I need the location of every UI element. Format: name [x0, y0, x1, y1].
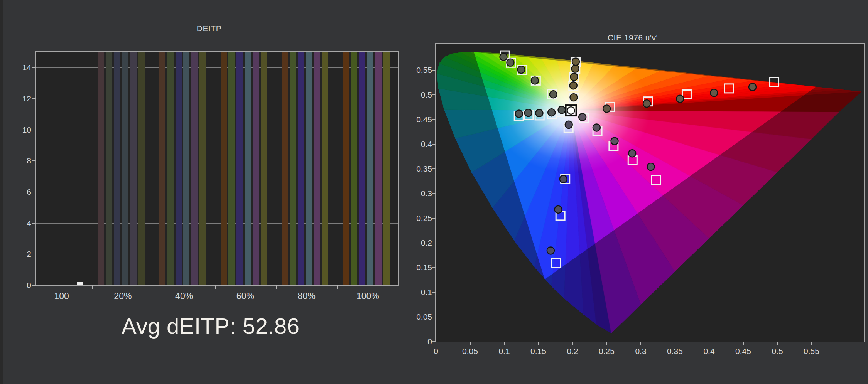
deitp-bar	[383, 52, 390, 285]
measured-dot-green	[550, 91, 557, 98]
measured-dot-cyan	[548, 109, 555, 116]
deitp-bar	[343, 52, 349, 285]
measured-dot-red	[749, 83, 756, 91]
cie-y-tick-label: 0.35	[409, 164, 432, 173]
bar-x-tick	[337, 285, 338, 289]
cie-x-tick	[504, 342, 505, 345]
bar-y-tick	[32, 98, 36, 99]
cie-diagram-canvas	[436, 44, 864, 342]
cie-x-tick	[640, 342, 641, 345]
cie-y-tick-label: 0.3	[409, 189, 432, 198]
avg-deitp-label: Avg dEITP: 52.86	[122, 313, 300, 339]
bar-y-tick-label: 6	[12, 187, 31, 197]
deitp-bar	[359, 52, 365, 285]
cie-x-tick	[538, 342, 539, 345]
deitp-bar	[199, 52, 206, 285]
bar-y-tick	[32, 285, 36, 286]
measured-dot-magenta	[628, 150, 636, 157]
deitp-bar	[122, 52, 128, 285]
deitp-bar	[228, 52, 235, 285]
deitp-bar	[167, 52, 174, 285]
cie-x-tick	[709, 342, 709, 345]
bar-y-tick-label: 2	[12, 249, 31, 259]
deitp-bar	[183, 52, 189, 285]
deitp-bar	[290, 52, 296, 285]
cie-x-tick-label: 0	[434, 347, 438, 356]
measured-dot-magenta	[579, 113, 586, 121]
cie-y-tick	[432, 243, 436, 243]
cie-y-tick	[432, 70, 436, 71]
cie-x-tick	[743, 342, 744, 345]
bar-x-tick	[276, 285, 277, 289]
cie-y-tick-label: 0.05	[409, 312, 432, 322]
measured-dot-yellow	[572, 65, 579, 72]
measured-dot-green	[500, 53, 507, 61]
cie-x-tick-label: 0.3	[635, 347, 646, 356]
deitp-bar	[236, 52, 243, 285]
measured-dot-magenta	[593, 124, 600, 131]
measured-dot-cyan	[558, 106, 566, 114]
cie-y-tick-label: 0.5	[409, 90, 432, 99]
bar-y-tick	[32, 67, 36, 68]
bar-y-tick-label: 4	[12, 219, 31, 228]
measured-dot-cyan	[515, 110, 523, 118]
deitp-bar	[367, 52, 373, 285]
cie-y-tick	[432, 267, 436, 268]
deitp-bar	[114, 52, 120, 285]
cie-y-tick	[432, 94, 436, 95]
measured-dot-yellow	[570, 94, 578, 101]
measured-dot-yellow	[570, 82, 577, 89]
cie-y-tick-label: 0.4	[409, 140, 432, 149]
cie-x-tick-label: 0.15	[530, 347, 546, 356]
bar-x-tick	[215, 285, 216, 289]
measured-dot-magenta	[647, 163, 655, 170]
bar-x-tick	[154, 285, 154, 289]
deitp-bar	[138, 52, 145, 285]
cie-y-tick	[432, 292, 436, 293]
deitp-bar	[221, 52, 227, 285]
cie-x-tick	[572, 342, 573, 345]
deitp-bar	[77, 282, 83, 285]
cie-y-tick	[432, 317, 436, 317]
deitp-bar	[306, 52, 312, 285]
measured-dot-magenta	[611, 137, 618, 145]
bar-y-tick-label: 12	[12, 94, 31, 103]
deitp-bar	[191, 52, 198, 285]
bar-y-tick	[32, 223, 36, 224]
left-edge-strip	[0, 0, 3, 384]
measured-dot-yellow	[571, 73, 578, 81]
cie-x-tick-label: 0.2	[567, 347, 578, 356]
bar-y-tick-label: 0	[12, 281, 31, 290]
cie-y-tick-label: 0.2	[409, 238, 432, 248]
deitp-bar	[375, 52, 382, 285]
cie-x-tick-label: 0.35	[667, 347, 683, 356]
measured-dot-red	[676, 95, 684, 103]
measured-dot-green	[531, 77, 539, 84]
cie-x-tick-label: 0.1	[498, 347, 510, 356]
bar-x-category-label: 40%	[175, 291, 193, 301]
cie-x-tick	[777, 342, 778, 345]
cie-chart-title: CIE 1976 u'v'	[608, 33, 658, 42]
deitp-bar	[245, 52, 251, 285]
cie-x-tick	[675, 342, 675, 345]
measured-dot-blue	[547, 247, 554, 254]
cie-x-tick-label: 0.4	[703, 347, 714, 356]
measured-dot-blue	[555, 206, 562, 213]
cie-x-tick-label: 0.45	[735, 347, 751, 356]
cie-x-tick-label: 0.55	[804, 347, 819, 356]
cie-y-tick-label: 0	[409, 337, 432, 346]
measured-dot-blue	[560, 175, 567, 183]
bar-y-tick	[32, 192, 36, 192]
deitp-bar	[98, 52, 104, 285]
cie-y-tick	[432, 218, 436, 219]
cie-x-tick	[606, 342, 607, 345]
measured-dot-red	[643, 100, 650, 107]
deitp-bar	[159, 52, 165, 285]
cie-y-tick	[432, 168, 436, 169]
cie-y-tick-label: 0.45	[409, 115, 432, 124]
deitp-bar	[261, 52, 267, 285]
measured-dot-cyan	[525, 109, 532, 116]
deitp-bar	[106, 52, 112, 285]
cie-x-tick	[470, 342, 471, 345]
cie-y-tick-label: 0.1	[409, 288, 432, 297]
